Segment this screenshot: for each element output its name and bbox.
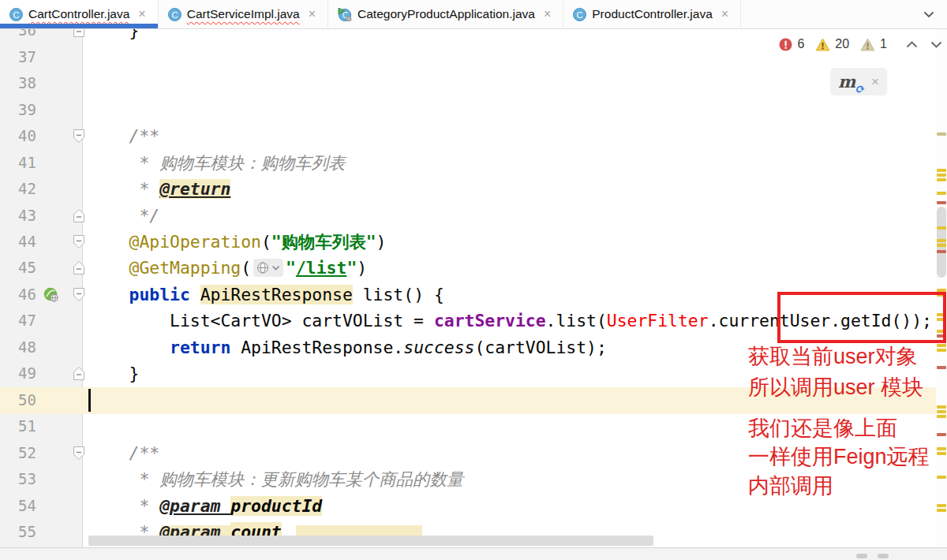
fold-marker-icon[interactable]: [73, 366, 85, 384]
close-tab-icon[interactable]: ×: [309, 8, 316, 21]
stripe-mark-red[interactable]: [937, 366, 946, 369]
stripe-mark-red[interactable]: [937, 250, 946, 253]
annotation-note-5: 内部调用: [748, 474, 833, 498]
line-number: 49: [0, 360, 36, 386]
line-number: 50: [0, 387, 36, 413]
maven-reload-widget[interactable]: m ⟳ ×: [830, 68, 887, 95]
stripe-mark-yellow[interactable]: [937, 504, 946, 507]
code-line-44[interactable]: 44 @ApiOperation("购物车列表"): [0, 229, 947, 256]
stripe-mark-yellow[interactable]: [937, 169, 946, 172]
close-tab-icon[interactable]: ×: [544, 8, 551, 21]
code-line-45[interactable]: 45 @GetMapping("/list"): [0, 255, 947, 282]
code-text: * 购物车模块：更新购物车某个商品的数量: [0, 466, 463, 492]
line-number: 52: [0, 440, 36, 466]
stripe-mark-yellow[interactable]: [937, 192, 946, 195]
vertical-scrollbar-thumb[interactable]: [937, 207, 946, 278]
line-number: 48: [0, 334, 36, 360]
next-error-chevron-icon[interactable]: [930, 41, 942, 48]
line-number: 41: [0, 150, 36, 176]
stripe-mark-yellow[interactable]: [937, 410, 946, 413]
java-main-class-icon: C: [338, 8, 352, 21]
horizontal-scrollbar-thumb[interactable]: [88, 536, 653, 546]
red-annotation-box: [777, 292, 946, 343]
warning-count[interactable]: 20: [835, 37, 849, 51]
stripe-mark-yellow[interactable]: [937, 178, 946, 181]
code-line-39[interactable]: 39: [0, 97, 947, 124]
stripe-mark-yellow[interactable]: [937, 174, 946, 177]
code-line-41[interactable]: 41 * 购物车模块：购物车列表: [0, 150, 947, 177]
stripe-mark-yellow[interactable]: [937, 415, 946, 418]
editor[interactable]: 6 20 1 m ⟳ × 36 }37383940 /**41: [0, 28, 947, 548]
code-line-42[interactable]: 42 * @return: [0, 176, 947, 203]
close-tab-icon[interactable]: ×: [721, 8, 728, 21]
line-number: 55: [0, 519, 36, 545]
line-number: 44: [0, 229, 36, 255]
tab-label: CartController.java: [28, 7, 129, 21]
code-line-43[interactable]: 43 */: [0, 203, 947, 230]
stripe-mark-olive[interactable]: [937, 133, 946, 136]
stripe-mark-yellow[interactable]: [937, 509, 946, 512]
stripe-mark-yellow[interactable]: [937, 344, 946, 347]
code-text: * @param productId: [0, 493, 322, 519]
weak-warning-icon: [860, 38, 875, 51]
error-stripe[interactable]: [936, 28, 947, 548]
code-line-38[interactable]: 38: [0, 70, 947, 97]
fold-marker-icon[interactable]: [73, 129, 85, 147]
active-tab-indicator: [0, 24, 158, 28]
code-text: * 购物车模块：购物车列表: [0, 150, 345, 176]
tab-CategoryProductApplication.java[interactable]: CCategoryProductApplication.java×: [328, 0, 563, 28]
line-number: 54: [0, 493, 36, 519]
close-tab-icon[interactable]: ×: [138, 8, 145, 21]
stripe-mark-yellow[interactable]: [937, 349, 946, 352]
line-number: 38: [0, 70, 36, 96]
tabs-overflow-chevron-icon[interactable]: [923, 11, 934, 18]
line-number: 53: [0, 466, 36, 492]
stripe-mark-yellow[interactable]: [937, 244, 946, 247]
stripe-mark-yellow[interactable]: [937, 452, 946, 455]
status-bar-item: [878, 554, 889, 558]
prev-error-chevron-icon[interactable]: [906, 41, 918, 48]
line-number: 37: [0, 44, 36, 70]
line-number: 46: [0, 282, 36, 308]
stripe-mark-yellow[interactable]: [937, 447, 946, 450]
fold-marker-icon[interactable]: [73, 28, 85, 41]
svg-text:C: C: [171, 9, 178, 19]
tab-ProductController.java[interactable]: CProductController.java×: [563, 0, 741, 28]
tab-CartServiceImpl.java[interactable]: CCartServiceImpl.java×: [159, 0, 328, 28]
error-icon: [779, 38, 792, 51]
stripe-mark-yellow[interactable]: [937, 405, 946, 409]
fold-marker-icon[interactable]: [73, 446, 85, 464]
stripe-mark-yellow[interactable]: [937, 476, 946, 479]
tab-CartController.java[interactable]: CCartController.java×: [0, 0, 159, 28]
fold-marker-icon[interactable]: [73, 287, 85, 305]
stripe-mark-red[interactable]: [937, 433, 946, 436]
maven-refresh-icon: ⟳: [855, 82, 865, 96]
maven-close-icon[interactable]: ×: [871, 74, 879, 90]
code-text: @ApiOperation("购物车列表"): [0, 229, 386, 255]
url-inlay-globe-icon[interactable]: [253, 258, 283, 284]
weak-warning-count[interactable]: 1: [880, 37, 887, 51]
line-number: 43: [0, 203, 36, 229]
stripe-mark-yellow[interactable]: [937, 226, 946, 230]
status-bar-item: [856, 554, 867, 558]
code-text: public ApiRestResponse list() {: [0, 282, 444, 308]
tab-label: ProductController.java: [592, 7, 713, 21]
fold-marker-icon[interactable]: [73, 234, 85, 252]
line-number: 36: [0, 28, 36, 44]
status-bar: [0, 547, 947, 560]
annotation-note-4: 一样使用Feign远程: [748, 445, 930, 469]
code-text: @GetMapping("/list"): [0, 255, 367, 284]
line-number: 51: [0, 413, 36, 439]
error-count[interactable]: 6: [797, 37, 804, 51]
spring-endpoint-icon[interactable]: [43, 286, 60, 307]
fold-marker-icon[interactable]: [73, 260, 85, 278]
stripe-mark-red[interactable]: [937, 201, 946, 204]
fold-marker-icon[interactable]: [73, 208, 85, 226]
annotation-note-3: 我们还是像上面: [748, 416, 897, 440]
code-line-40[interactable]: 40 /**: [0, 123, 947, 150]
line-number: 39: [0, 97, 36, 123]
inspections-widget[interactable]: 6 20 1: [779, 37, 942, 51]
maven-icon: m ⟳: [838, 72, 855, 91]
stripe-mark-yellow[interactable]: [937, 239, 946, 242]
ide-window: CCartController.java×CCartServiceImpl.ja…: [0, 0, 947, 560]
